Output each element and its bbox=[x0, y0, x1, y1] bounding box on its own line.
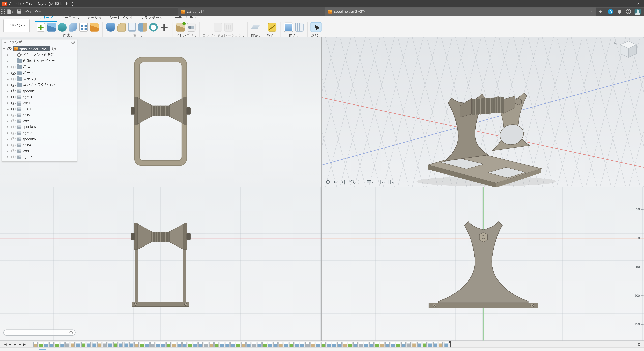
timeline-feature-icon[interactable] bbox=[44, 342, 48, 347]
timeline-feature-icon[interactable] bbox=[33, 342, 38, 347]
browser-tree-item[interactable]: ▸ right:5 bbox=[2, 130, 77, 136]
ribbon-tab[interactable]: ユーティリティ bbox=[167, 15, 201, 22]
timeline-feature-icon[interactable] bbox=[225, 342, 230, 347]
help-icon[interactable]: ? bbox=[626, 9, 631, 14]
tool-icon[interactable] bbox=[268, 23, 276, 31]
app-grid-menu-icon[interactable] bbox=[1, 9, 2, 10]
timeline-feature-icon[interactable] bbox=[268, 342, 272, 347]
tab-close-icon[interactable]: × bbox=[318, 9, 322, 13]
perspective-canvas[interactable] bbox=[322, 37, 644, 187]
timeline-feature-icon[interactable] bbox=[310, 342, 315, 347]
browser-tree-item[interactable]: ▸ spool0:1 bbox=[2, 88, 77, 94]
timeline-feature-icon[interactable] bbox=[262, 342, 267, 347]
viewport-top-front[interactable]: ◀ ブラウザ ▾ spool holder 2 v27 bbox=[0, 37, 322, 187]
timeline-feature-icon[interactable] bbox=[214, 342, 219, 347]
orbit-icon[interactable] bbox=[325, 179, 331, 185]
expand-arrow[interactable]: ▾ bbox=[3, 47, 6, 50]
timeline-feature-icon[interactable] bbox=[161, 342, 166, 347]
tool-icon[interactable] bbox=[58, 23, 66, 31]
viewcube-home-icon[interactable]: ⌂ bbox=[614, 40, 616, 44]
root-component-selected[interactable]: spool holder 2 v27 bbox=[13, 46, 50, 51]
timeline-feature-icon[interactable] bbox=[49, 342, 54, 347]
timeline-feature-icon[interactable] bbox=[401, 342, 406, 347]
timeline-feature-icon[interactable] bbox=[257, 342, 262, 347]
timeline-feature-icon[interactable] bbox=[273, 342, 278, 347]
timeline-feature-icon[interactable] bbox=[278, 342, 283, 347]
new-tab-button[interactable]: + bbox=[596, 9, 604, 14]
tool-icon[interactable] bbox=[117, 23, 126, 31]
expand-arrow[interactable]: ▸ bbox=[8, 143, 10, 147]
visibility-eye-icon[interactable] bbox=[11, 155, 16, 158]
timeline-feature-icon[interactable] bbox=[92, 342, 96, 347]
playback-button[interactable]: ▶ bbox=[12, 342, 18, 347]
tool-icon[interactable] bbox=[47, 23, 56, 31]
expand-arrow[interactable]: ▸ bbox=[8, 119, 10, 123]
timeline-feature-icon[interactable] bbox=[76, 342, 80, 347]
timeline-feature-icon[interactable] bbox=[406, 342, 411, 347]
browser-tree-item[interactable]: ▸ right:6 bbox=[2, 154, 77, 160]
redo-button[interactable]: ↷▾ bbox=[33, 7, 42, 15]
viewport-3d-perspective[interactable]: ⌂ bbox=[322, 37, 644, 187]
collapse-browser-icon[interactable]: ◀ bbox=[4, 41, 6, 44]
viewport-layout-icon[interactable]: ▾ bbox=[386, 179, 393, 185]
viewcube[interactable]: ⌂ bbox=[614, 39, 639, 59]
playback-button[interactable]: |◀ bbox=[2, 342, 8, 347]
timeline-feature-icon[interactable] bbox=[246, 342, 251, 347]
browser-tree-item[interactable]: ▸ left:5 bbox=[2, 118, 77, 124]
zoom-icon[interactable] bbox=[350, 179, 355, 185]
expand-arrow[interactable]: ▸ bbox=[8, 137, 10, 141]
comment-options-icon[interactable] bbox=[70, 331, 73, 334]
job-status-icon[interactable] bbox=[608, 9, 613, 14]
timeline-feature-icon[interactable] bbox=[305, 342, 310, 347]
tool-icon[interactable] bbox=[138, 23, 147, 31]
timeline-feature-icon[interactable] bbox=[321, 342, 326, 347]
timeline-feature-icon[interactable] bbox=[140, 342, 144, 347]
visibility-eye-icon[interactable] bbox=[11, 131, 16, 134]
timeline-feature-icon[interactable] bbox=[358, 342, 363, 347]
select-cursor-icon[interactable] bbox=[312, 23, 320, 31]
tool-icon[interactable] bbox=[295, 23, 303, 31]
expand-arrow[interactable]: ▸ bbox=[8, 101, 10, 105]
tool-icon[interactable] bbox=[176, 23, 185, 31]
ribbon-tab[interactable]: ソリッド bbox=[34, 15, 57, 22]
browser-options-icon[interactable] bbox=[72, 41, 75, 44]
ribbon-tab[interactable]: プラスチック bbox=[137, 15, 167, 22]
comment-input[interactable] bbox=[6, 330, 68, 335]
expand-arrow[interactable]: ▸ bbox=[8, 113, 10, 117]
notification-bell-icon[interactable] bbox=[617, 9, 622, 14]
browser-tree-item[interactable]: ▸ bolt:4 bbox=[2, 142, 77, 148]
expand-arrow[interactable]: ▸ bbox=[8, 107, 10, 111]
playback-button[interactable]: ▶ bbox=[18, 342, 22, 347]
timeline-feature-icon[interactable] bbox=[220, 342, 224, 347]
tool-icon[interactable] bbox=[68, 23, 77, 31]
tool-icon[interactable] bbox=[128, 23, 136, 31]
save-button[interactable] bbox=[15, 7, 24, 15]
timeline-feature-icon[interactable] bbox=[54, 342, 59, 347]
viewcube-cube[interactable] bbox=[618, 39, 639, 59]
tool-icon[interactable] bbox=[79, 23, 88, 31]
close-button[interactable]: × bbox=[632, 0, 644, 7]
browser-tree-item[interactable]: ▸ spool0:5 bbox=[2, 124, 77, 130]
timeline-feature-icon[interactable] bbox=[348, 342, 352, 347]
browser-tree-item[interactable]: ▸ left:1 bbox=[2, 100, 77, 106]
expand-arrow[interactable]: ▸ bbox=[8, 65, 10, 69]
timeline-feature-icon[interactable] bbox=[252, 342, 256, 347]
timeline-feature-icon[interactable] bbox=[38, 342, 43, 347]
expand-arrow[interactable]: ▸ bbox=[8, 155, 10, 159]
timeline-feature-icon[interactable] bbox=[70, 342, 75, 347]
timeline-feature-icon[interactable] bbox=[236, 342, 240, 347]
fit-icon[interactable] bbox=[358, 179, 364, 185]
tool-icon[interactable] bbox=[90, 23, 98, 31]
browser-tree-item[interactable]: ▸ 名前の付いたビュー bbox=[2, 58, 77, 64]
comment-bar[interactable] bbox=[3, 330, 76, 336]
timeline-feature-icon[interactable] bbox=[124, 342, 128, 347]
visibility-eye-icon[interactable] bbox=[11, 102, 16, 104]
timeline-feature-icon[interactable] bbox=[150, 342, 155, 347]
timeline-feature-icon[interactable] bbox=[380, 342, 384, 347]
workspace-switcher[interactable]: デザイン ▾ bbox=[3, 19, 30, 32]
browser-tree-item[interactable]: ▸ 原点 bbox=[2, 64, 77, 70]
timeline-feature-icon[interactable] bbox=[422, 342, 427, 347]
browser-root-component[interactable]: ▾ spool holder 2 v27 bbox=[2, 45, 77, 52]
grid-settings-icon[interactable]: ▾ bbox=[376, 179, 383, 185]
timeline-feature-icon[interactable] bbox=[316, 342, 320, 347]
